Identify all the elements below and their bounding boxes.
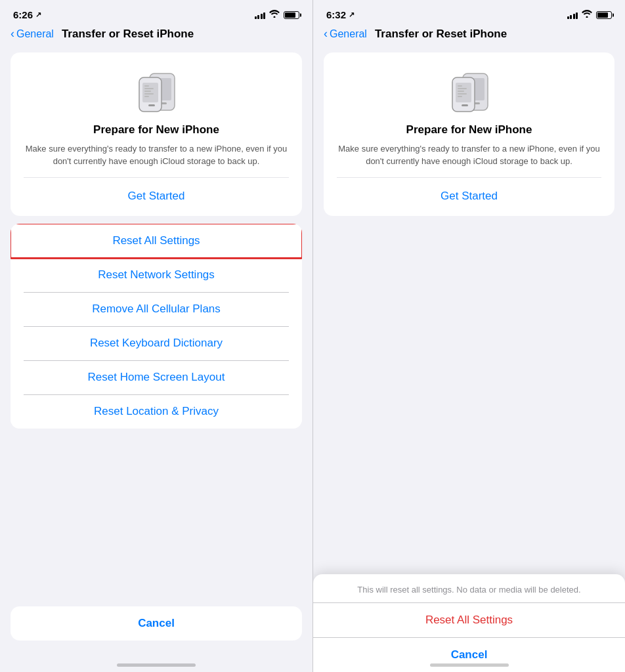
status-icons-left — [255, 10, 300, 20]
status-icons-right — [567, 10, 613, 20]
cancel-button-left[interactable]: Cancel — [11, 606, 302, 640]
prepare-title-right: Prepare for New iPhone — [406, 123, 532, 136]
svg-rect-9 — [144, 96, 149, 97]
cancel-section-left: Cancel — [0, 606, 312, 654]
wifi-icon-left — [269, 10, 280, 20]
reset-keyboard-dictionary-button[interactable]: Reset Keyboard Dictionary — [11, 326, 302, 360]
reset-all-settings-button[interactable]: Reset All Settings — [11, 224, 302, 258]
svg-rect-16 — [458, 85, 462, 87]
svg-rect-5 — [144, 85, 149, 87]
get-started-button-left[interactable]: Get Started — [128, 187, 185, 205]
svg-rect-20 — [458, 96, 462, 97]
battery-icon-left — [284, 11, 299, 19]
svg-rect-7 — [144, 91, 151, 92]
status-bar-right: 6:32 ↗ — [313, 0, 625, 24]
prepare-desc-right: Make sure everything's ready to transfer… — [337, 143, 601, 168]
content-right: Prepare for New iPhone Make sure everyth… — [313, 46, 625, 654]
page-title-right: Transfer or Reset iPhone — [375, 28, 507, 41]
left-panel: 6:26 ↗ ‹ Gener — [0, 0, 312, 672]
reset-home-screen-button[interactable]: Reset Home Screen Layout — [11, 360, 302, 394]
svg-rect-8 — [144, 93, 154, 94]
svg-rect-18 — [458, 91, 464, 92]
content-left: Prepare for New iPhone Make sure everyth… — [0, 46, 312, 606]
get-started-button-right[interactable]: Get Started — [441, 187, 498, 205]
svg-rect-6 — [144, 88, 154, 89]
status-time-right: 6:32 ↗ — [326, 9, 355, 20]
remove-cellular-plans-button[interactable]: Remove All Cellular Plans — [11, 292, 302, 326]
svg-rect-17 — [458, 88, 467, 89]
prepare-title-left: Prepare for New iPhone — [93, 123, 219, 136]
reset-dialog: This will reset all settings. No data or… — [313, 574, 625, 672]
reset-location-privacy-button[interactable]: Reset Location & Privacy — [11, 394, 302, 429]
dialog-cancel-button[interactable]: Cancel — [313, 638, 625, 672]
phone-transfer-icon-right — [443, 68, 496, 114]
prepare-desc-left: Make sure everything's ready to transfer… — [24, 143, 289, 168]
reset-list-left: Reset All Settings Reset Network Setting… — [11, 224, 302, 429]
chevron-left-icon-right: ‹ — [324, 27, 328, 41]
chevron-left-icon-left: ‹ — [11, 27, 14, 41]
wifi-icon-right — [582, 10, 592, 20]
divider-left — [24, 177, 289, 178]
battery-icon-right — [596, 11, 612, 19]
status-time-left: 6:26 ↗ — [13, 9, 41, 20]
status-bar-left: 6:26 ↗ — [0, 0, 312, 24]
svg-rect-19 — [458, 93, 467, 94]
signal-icon-right — [567, 11, 578, 19]
page-title-left: Transfer or Reset iPhone — [62, 28, 194, 41]
location-arrow-icon-left: ↗ — [35, 10, 41, 19]
prepare-card-right: Prepare for New iPhone Make sure everyth… — [324, 52, 614, 216]
nav-bar-right: ‹ General Transfer or Reset iPhone — [313, 24, 625, 46]
location-arrow-icon-right: ↗ — [349, 10, 355, 19]
right-panel: 6:32 ↗ ‹ Gener — [312, 0, 625, 672]
home-indicator-left — [0, 654, 312, 672]
svg-rect-10 — [148, 104, 155, 106]
reset-network-settings-button[interactable]: Reset Network Settings — [11, 258, 302, 292]
dialog-message: This will reset all settings. No data or… — [313, 574, 625, 603]
svg-rect-21 — [462, 104, 468, 106]
prepare-card-left: Prepare for New iPhone Make sure everyth… — [11, 52, 302, 216]
back-button-left[interactable]: ‹ General — [11, 27, 54, 41]
back-button-right[interactable]: ‹ General — [324, 27, 367, 41]
phone-transfer-icon-left — [130, 68, 183, 114]
dialog-reset-button[interactable]: Reset All Settings — [313, 603, 625, 638]
signal-icon-left — [255, 11, 266, 19]
nav-bar-left: ‹ General Transfer or Reset iPhone — [0, 24, 312, 46]
divider-right — [337, 177, 601, 178]
